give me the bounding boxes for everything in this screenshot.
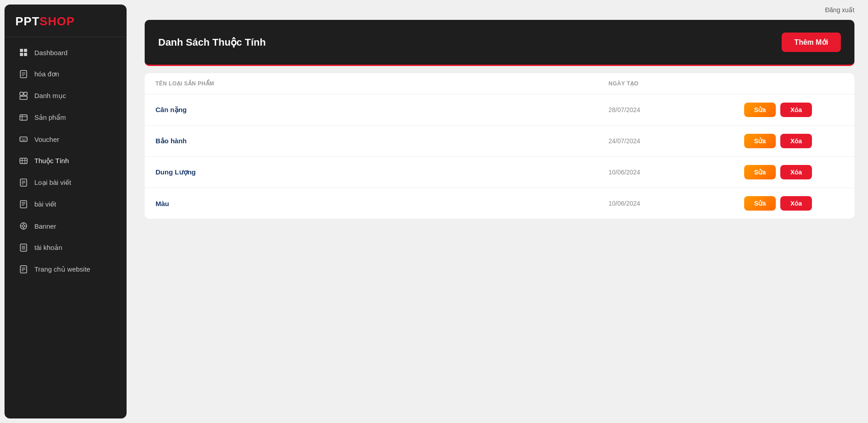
sidebar-item-san-pham[interactable]: Sản phẩm	[8, 107, 123, 128]
edit-button-2[interactable]: Sửa	[744, 165, 776, 179]
edit-button-0[interactable]: Sửa	[744, 103, 776, 117]
logo: PPTSHOP	[5, 5, 127, 37]
cell-actions-1: Sửa Xóa	[744, 134, 844, 148]
cell-name-0: Cân nặng	[156, 106, 609, 114]
table-row: Màu 10/06/2024 Sửa Xóa	[145, 188, 854, 219]
product-icon	[19, 113, 28, 122]
receipt-icon	[19, 70, 28, 79]
svg-rect-9	[24, 92, 27, 95]
logo-ppt: PPT	[15, 14, 40, 28]
page-title: Danh Sách Thuộc Tính	[158, 37, 266, 48]
svg-point-30	[23, 225, 25, 227]
table-card: TÊN LOẠI SẢN PHẨM NGÀY TẠO Cân nặng 28/0…	[145, 73, 854, 219]
sidebar-item-banner-label: Banner	[34, 222, 56, 230]
cell-date-1: 24/07/2024	[609, 137, 744, 145]
sidebar-item-banner[interactable]: Banner	[8, 216, 123, 236]
sidebar-item-trang-chu-label: Trang chủ website	[34, 265, 90, 273]
table-row: Bảo hành 24/07/2024 Sửa Xóa	[145, 126, 854, 157]
sidebar-item-danh-muc[interactable]: Danh mục	[8, 85, 123, 106]
edit-button-3[interactable]: Sửa	[744, 196, 776, 211]
svg-rect-25	[20, 201, 27, 208]
svg-rect-0	[20, 49, 23, 52]
category-icon	[19, 91, 28, 100]
table-row: Cân nặng 28/07/2024 Sửa Xóa	[145, 94, 854, 126]
cell-actions-0: Sửa Xóa	[744, 103, 844, 117]
sidebar-item-voucher-label: Voucher	[34, 136, 59, 143]
main-content: Đăng xuất Danh Sách Thuộc Tính Thêm Mới …	[131, 0, 868, 423]
col-header-actions	[744, 80, 844, 87]
sidebar-item-tai-khoan[interactable]: tài khoản	[8, 237, 123, 258]
sidebar-item-hoa-don[interactable]: hóa đơn	[8, 64, 123, 85]
edit-button-1[interactable]: Sửa	[744, 134, 776, 148]
svg-rect-1	[24, 49, 27, 52]
svg-rect-11	[20, 115, 27, 120]
sidebar-item-dashboard-label: Dashboard	[34, 49, 67, 56]
logo-shop: SHOP	[40, 14, 75, 28]
sidebar-item-bai-viet-label: bài viết	[34, 200, 56, 208]
table-header: TÊN LOẠI SẢN PHẨM NGÀY TẠO	[145, 73, 854, 94]
svg-rect-14	[20, 137, 27, 141]
account-icon	[19, 243, 28, 252]
sidebar-item-loai-bai-viet-label: Loại bài viết	[34, 179, 71, 187]
svg-rect-2	[20, 53, 23, 56]
content-area: Danh Sách Thuộc Tính Thêm Mới TÊN LOẠI S…	[131, 20, 868, 232]
topbar: Đăng xuất	[131, 0, 868, 20]
sidebar-item-danh-muc-label: Danh mục	[34, 92, 66, 100]
sidebar-item-dashboard[interactable]: Dashboard	[8, 42, 123, 63]
svg-rect-17	[20, 158, 27, 164]
delete-button-3[interactable]: Xóa	[780, 196, 812, 211]
voucher-icon	[19, 135, 28, 144]
delete-button-2[interactable]: Xóa	[780, 165, 812, 179]
cell-date-2: 10/06/2024	[609, 169, 744, 176]
cell-name-3: Màu	[156, 200, 609, 207]
delete-button-1[interactable]: Xóa	[780, 134, 812, 148]
grid-icon	[19, 48, 28, 57]
post-type-icon	[19, 178, 28, 187]
col-header-date: NGÀY TẠO	[609, 80, 744, 87]
cell-actions-2: Sửa Xóa	[744, 165, 844, 179]
home-icon	[19, 265, 28, 274]
logout-button[interactable]: Đăng xuất	[825, 6, 854, 14]
attribute-icon	[19, 156, 28, 165]
svg-rect-3	[24, 53, 27, 56]
header-card: Danh Sách Thuộc Tính Thêm Mới	[145, 20, 854, 66]
sidebar-item-bai-viet[interactable]: bài viết	[8, 194, 123, 215]
sidebar-item-san-pham-label: Sản phẩm	[34, 113, 66, 122]
cell-date-0: 28/07/2024	[609, 106, 744, 113]
sidebar-item-thuoc-tinh-label: Thuộc Tính	[34, 157, 69, 165]
cell-date-3: 10/06/2024	[609, 200, 744, 207]
table-row: Dung Lượng 10/06/2024 Sửa Xóa	[145, 157, 854, 188]
banner-icon	[19, 221, 28, 230]
svg-rect-10	[20, 96, 27, 99]
sidebar-item-loai-bai-viet[interactable]: Loại bài viết	[8, 172, 123, 193]
sidebar-item-thuoc-tinh[interactable]: Thuộc Tính	[8, 150, 123, 171]
cell-name-2: Dung Lượng	[156, 168, 609, 176]
sidebar-item-hoa-don-label: hóa đơn	[34, 70, 59, 78]
delete-button-0[interactable]: Xóa	[780, 103, 812, 117]
sidebar-item-voucher[interactable]: Voucher	[8, 129, 123, 150]
cell-actions-3: Sửa Xóa	[744, 196, 844, 211]
sidebar-item-tai-khoan-label: tài khoản	[34, 244, 62, 252]
col-header-name: TÊN LOẠI SẢN PHẨM	[156, 80, 609, 87]
sidebar: PPTSHOP Dashboard hóa đơn	[5, 5, 127, 418]
add-new-button[interactable]: Thêm Mới	[782, 33, 841, 52]
article-icon	[19, 200, 28, 209]
sidebar-item-trang-chu[interactable]: Trang chủ website	[8, 259, 123, 280]
cell-name-1: Bảo hành	[156, 137, 609, 145]
table-body: Cân nặng 28/07/2024 Sửa Xóa Bảo hành 24/…	[145, 94, 854, 219]
svg-rect-8	[20, 92, 23, 95]
